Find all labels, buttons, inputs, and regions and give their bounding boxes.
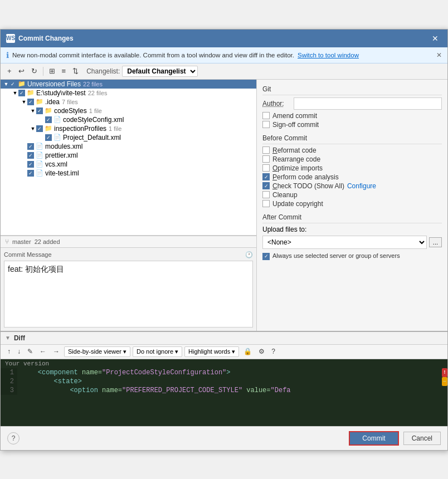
toolbar: + ↩ ↻ ⊞ ≡ ⇅ Changelist: Default Changeli…: [1, 63, 447, 80]
chevron-down-icon: ▾: [232, 348, 235, 355]
perform-analysis-checkbox[interactable]: ✓: [262, 173, 270, 180]
tree-checkbox[interactable]: ✓: [36, 107, 43, 114]
signoff-checkbox[interactable]: [262, 121, 270, 128]
git-status-label: 22 added: [35, 238, 60, 245]
signoff-row: Sign-off commit: [262, 121, 442, 129]
check-todo-row: ✓ Check TODO (Show All) Configure: [262, 182, 442, 190]
side-by-side-label: Side-by-side viewer: [68, 348, 121, 355]
check-todo-checkbox[interactable]: ✓: [262, 182, 270, 189]
diff-settings-button[interactable]: ⚙: [256, 346, 267, 356]
always-use-checkbox[interactable]: ✓: [262, 253, 270, 260]
diff-line-num: 3: [1, 386, 17, 395]
perform-analysis-row: ✓ Perform code analysis: [262, 173, 442, 181]
author-input[interactable]: [294, 97, 442, 110]
list-item[interactable]: ▼ ✓ 📁 .idea 7 files: [1, 97, 256, 106]
tree-item-label: Project_Default.xml: [63, 134, 121, 141]
xml-file-icon: 📄: [53, 134, 61, 141]
tree-checkbox[interactable]: ✓: [36, 125, 43, 132]
reformat-row: Reformat code: [262, 146, 442, 154]
list-item[interactable]: ✓ 📄 prettier.xml: [1, 151, 256, 160]
highlight-words-dropdown[interactable]: Highlight words ▾: [184, 346, 239, 357]
tree-arrow[interactable]: ▼: [12, 90, 18, 96]
tree-checkbox[interactable]: ✓: [45, 116, 52, 123]
list-item[interactable]: ▼ ✓ 📁 codeStyles 1 file: [1, 106, 256, 115]
tree-checkbox[interactable]: ✓: [27, 161, 34, 168]
update-copyright-checkbox[interactable]: [262, 200, 270, 207]
diff-line-num: 2: [1, 377, 17, 386]
list-item[interactable]: ✓ 📄 vite-test.iml: [1, 169, 256, 178]
tree-checkbox[interactable]: ✓: [27, 143, 34, 150]
folder-icon: 📁: [27, 89, 35, 96]
tree-checkbox[interactable]: ✓: [18, 90, 25, 96]
diff-next-button[interactable]: ↓: [15, 346, 23, 356]
history-icon[interactable]: 🕐: [245, 251, 253, 258]
switch-to-toolwindow-link[interactable]: Switch to tool window: [298, 52, 359, 58]
iml-file-icon: 📄: [36, 169, 43, 177]
amend-commit-label: Amend commit: [272, 112, 317, 120]
diff-collapse-icon[interactable]: ▼: [5, 335, 11, 341]
diff-lock-button[interactable]: 🔒: [241, 346, 254, 356]
upload-dots-button[interactable]: ...: [429, 237, 442, 247]
list-item[interactable]: ✓ 📄 modules.xml: [1, 142, 256, 151]
toolbar-add-button[interactable]: +: [5, 66, 14, 76]
tree-checkbox[interactable]: ✓: [27, 99, 34, 105]
tree-checkbox[interactable]: ✓: [27, 170, 34, 177]
file-tree[interactable]: ▼ ✓ 📁 Unversioned Files 22 files ▼ ✓ 📁 E…: [1, 80, 256, 236]
tree-root-item[interactable]: ▼ ✓ 📁 Unversioned Files 22 files: [1, 80, 256, 89]
tree-root-checkbox[interactable]: ✓: [9, 81, 16, 87]
commit-message-input[interactable]: feat: 初始化项目: [4, 261, 253, 328]
close-button[interactable]: ✕: [428, 33, 442, 44]
list-item[interactable]: ▼ ✓ 📁 E:\study\vite-test 22 files: [1, 89, 256, 97]
list-item[interactable]: ✓ 📄 codeStyleConfig.xml: [1, 115, 256, 124]
toolbar-list-button[interactable]: ≡: [60, 66, 69, 76]
rearrange-label: Rearrange code: [272, 155, 320, 163]
git-section-title: Git: [262, 85, 442, 95]
git-branch-icon: ⑂: [5, 238, 9, 246]
cleanup-checkbox[interactable]: [262, 191, 270, 198]
reformat-checkbox[interactable]: [262, 146, 270, 154]
diff-help-button[interactable]: ?: [269, 346, 277, 356]
tree-root-count: 22 files: [83, 81, 103, 87]
info-close-icon[interactable]: ✕: [436, 51, 442, 59]
list-item[interactable]: ✓ 📄 Project_Default.xml: [1, 133, 256, 142]
amend-commit-checkbox[interactable]: [262, 112, 270, 119]
tree-checkbox[interactable]: ✓: [27, 152, 34, 159]
list-item[interactable]: ✓ 📄 vcs.xml: [1, 160, 256, 169]
diff-prev-button[interactable]: ↑: [5, 346, 13, 356]
list-item[interactable]: ▼ ✓ 📁 inspectionProfiles 1 file: [1, 124, 256, 133]
diff-your-version-label: Your version: [1, 359, 447, 368]
diff-line-1: 1 <component name="ProjectCodeStyleConfi…: [1, 368, 447, 377]
diff-edit-button[interactable]: ✎: [25, 346, 35, 356]
tree-root-arrow[interactable]: ▼: [3, 81, 9, 87]
commit-button[interactable]: Commit: [349, 431, 398, 446]
after-commit-title: After Commit: [262, 213, 442, 223]
error-badge: !: [442, 368, 447, 377]
tree-arrow[interactable]: ▼: [30, 107, 36, 114]
toolbar-sort-button[interactable]: ⇅: [70, 66, 81, 76]
xml-file-icon: 📄: [36, 151, 43, 159]
configure-link[interactable]: Configure: [347, 182, 376, 190]
check-todo-label: Check TODO (Show All): [272, 182, 344, 190]
cancel-button[interactable]: Cancel: [403, 432, 441, 445]
tree-checkbox[interactable]: ✓: [45, 134, 52, 141]
changelist-select[interactable]: Default Changelist: [122, 66, 198, 77]
optimize-checkbox[interactable]: [262, 164, 270, 172]
toolbar-undo-button[interactable]: ↩: [16, 66, 27, 76]
git-section: Git Author: Amend commit Sign-off commit: [262, 85, 442, 130]
help-button[interactable]: ?: [7, 432, 20, 444]
diff-back-button[interactable]: ←: [37, 346, 48, 356]
do-not-ignore-dropdown[interactable]: Do not ignore ▾: [133, 346, 182, 357]
diff-forward-button[interactable]: →: [51, 346, 62, 356]
after-commit-section: After Commit Upload files to: <None> ...…: [262, 213, 442, 260]
always-use-label: Always use selected server or group of s…: [272, 252, 400, 259]
rearrange-checkbox[interactable]: [262, 155, 270, 163]
tree-arrow[interactable]: ▼: [30, 125, 36, 132]
tree-arrow[interactable]: ▼: [21, 99, 27, 105]
upload-select[interactable]: <None>: [262, 236, 427, 249]
toolbar-group-button[interactable]: ⊞: [47, 66, 57, 76]
toolbar-refresh-button[interactable]: ↻: [29, 66, 40, 76]
side-by-side-dropdown[interactable]: Side-by-side viewer ▾: [64, 346, 130, 357]
tree-item-label: vcs.xml: [45, 160, 67, 168]
diff-section: ▼ Diff ↑ ↓ ✎ ← → Side-by-side viewer ▾ D…: [1, 331, 447, 426]
diff-line-content: <option name="PREFERRED_PROJECT_CODE_STY…: [17, 386, 447, 395]
